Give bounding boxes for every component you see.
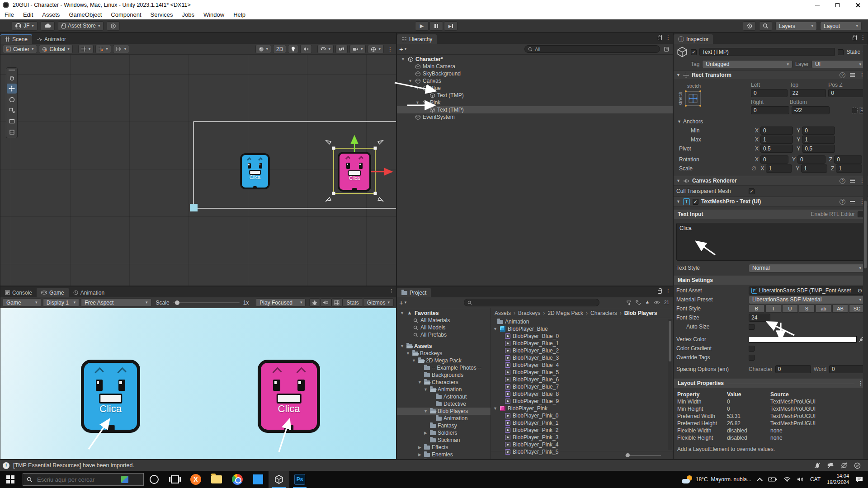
- override-tags-checkbox[interactable]: [749, 355, 755, 361]
- pivot-y-field[interactable]: 0.5: [802, 145, 835, 153]
- hierarchy-item[interactable]: ▼Blue: [397, 84, 673, 92]
- file-item[interactable]: BlobPlayer_Pink_3: [491, 434, 673, 441]
- file-item[interactable]: BlobPlayer_Blue_2: [491, 347, 673, 354]
- vsync-grid-button[interactable]: [331, 298, 342, 307]
- file-item[interactable]: BlobPlayer_Blue_4: [491, 361, 673, 369]
- font-style-b-button[interactable]: B: [749, 305, 764, 313]
- tool-handle-pivot-dropdown[interactable]: Center ▾: [3, 45, 37, 53]
- lock-icon[interactable]: [853, 37, 857, 40]
- text-input-area[interactable]: Clica: [676, 223, 865, 261]
- scale-z-field[interactable]: 1: [836, 164, 862, 173]
- vscode-taskbar-item[interactable]: [248, 471, 269, 488]
- menu-assets[interactable]: Assets: [38, 10, 64, 19]
- unity-taskbar-item[interactable]: [269, 471, 289, 488]
- menu-help[interactable]: Help: [229, 10, 250, 19]
- lock-icon[interactable]: [658, 290, 662, 294]
- snap-settings-dropdown[interactable]: ▾: [113, 45, 130, 53]
- account-button[interactable]: JF ▾: [12, 21, 38, 31]
- scale-y-field[interactable]: 1: [801, 164, 827, 173]
- photoshop-taskbar-item[interactable]: Ps: [289, 471, 310, 488]
- project-tree-item[interactable]: -- Example Photos --: [397, 364, 491, 371]
- play-focused-dropdown[interactable]: Play Focused ▾: [256, 298, 306, 307]
- tab-project[interactable]: Project: [397, 288, 431, 297]
- help-icon[interactable]: ?: [840, 178, 845, 184]
- project-tree-item[interactable]: All Prefabs: [397, 331, 491, 338]
- clock[interactable]: 14:04 19/2/2024: [827, 473, 849, 486]
- project-menu-kebab-icon[interactable]: ⋮: [665, 288, 671, 294]
- right-field[interactable]: 0: [751, 106, 789, 114]
- font-style-ab-button[interactable]: AB: [832, 305, 848, 313]
- expander-icon[interactable]: ▼: [493, 327, 498, 331]
- presets-icon[interactable]: [850, 179, 855, 183]
- battery-icon[interactable]: [768, 477, 777, 482]
- project-add-button[interactable]: + ▾: [399, 299, 406, 306]
- wifi-icon[interactable]: [783, 477, 791, 482]
- cortana-button[interactable]: [144, 471, 165, 488]
- scale-slider[interactable]: [173, 302, 240, 303]
- color-gradient-checkbox[interactable]: [749, 346, 755, 352]
- breadcrumb-item[interactable]: Brackeys: [518, 310, 540, 316]
- tab-hierarchy[interactable]: Hierarchy: [397, 34, 437, 44]
- expander-icon[interactable]: ▶: [417, 452, 422, 457]
- tag-dropdown[interactable]: Untagged ▾: [702, 60, 793, 68]
- hierarchy-item[interactable]: SkyBackground: [397, 70, 673, 77]
- increment-snap-toggle[interactable]: ▾: [95, 45, 111, 53]
- hidden-packages-eye-icon[interactable]: [654, 300, 660, 305]
- file-item[interactable]: Animation: [491, 318, 673, 325]
- move-tool[interactable]: [7, 84, 17, 94]
- lock-icon[interactable]: [658, 37, 662, 40]
- project-search-input[interactable]: [464, 299, 599, 306]
- thumbnail-zoom-slider[interactable]: [625, 455, 661, 456]
- collab-muted-icon[interactable]: [827, 462, 834, 469]
- tab-game[interactable]: Game: [37, 288, 69, 297]
- foldout-icon[interactable]: ▼: [676, 179, 680, 183]
- maximize-button[interactable]: [827, 0, 848, 10]
- font-asset-object-field[interactable]: F LiberationSans SDF (TMP_Font Asset ⊙: [749, 286, 865, 295]
- debug-mutes-button[interactable]: [309, 298, 320, 307]
- top-field[interactable]: 22: [790, 89, 826, 97]
- file-item[interactable]: BlobPlayer_Blue_5: [491, 369, 673, 376]
- expander-icon[interactable]: ▼: [423, 387, 428, 392]
- scene-menu-kebab-icon[interactable]: ⋮: [387, 47, 393, 52]
- font-style-sc-button[interactable]: SC: [849, 305, 865, 313]
- hierarchy-item[interactable]: Text (TMP): [397, 106, 673, 113]
- start-button[interactable]: [0, 471, 21, 488]
- breadcrumb-item[interactable]: Characters: [590, 310, 617, 316]
- inspector-menu-kebab-icon[interactable]: ⋮: [860, 35, 866, 40]
- refresh-muted-icon[interactable]: [840, 462, 848, 469]
- weather-widget[interactable]: 18°C Mayorm. nubla...: [682, 475, 751, 483]
- undo-history-button[interactable]: [743, 21, 756, 31]
- expander-icon[interactable]: ▼: [401, 57, 406, 61]
- thumbnail-zoom-knob[interactable]: [626, 453, 630, 457]
- close-button[interactable]: [848, 0, 868, 10]
- files-scrollbar[interactable]: [668, 319, 672, 450]
- tab-animation[interactable]: Animation: [69, 288, 109, 297]
- breadcrumb-item[interactable]: Assets: [495, 310, 511, 316]
- project-tree-item[interactable]: Fantasy: [397, 422, 491, 429]
- language-indicator[interactable]: CAT: [810, 476, 821, 483]
- expander-icon[interactable]: ▼: [406, 351, 410, 356]
- file-item[interactable]: BlobPlayer_Blue_8: [491, 390, 673, 398]
- search-input[interactable]: [36, 476, 118, 483]
- stats-button[interactable]: Stats: [342, 298, 363, 307]
- inspector-scrollbar[interactable]: [863, 45, 867, 459]
- menu-edit[interactable]: Edit: [19, 10, 38, 19]
- expander-icon[interactable]: ▼: [411, 358, 416, 363]
- file-item[interactable]: BlobPlayer_Blue_3: [491, 354, 673, 361]
- material-preset-dropdown[interactable]: LiberationSans SDF Material ▾: [749, 296, 865, 304]
- file-item[interactable]: BlobPlayer_Pink_0: [491, 412, 673, 419]
- files-scrollbar-thumb[interactable]: [669, 321, 671, 361]
- search-by-label-icon[interactable]: [636, 300, 641, 305]
- project-tree-item[interactable]: Astronaut: [397, 393, 491, 400]
- file-item[interactable]: BlobPlayer_Blue_7: [491, 383, 673, 390]
- file-item[interactable]: BlobPlayer_Pink_1: [491, 419, 673, 427]
- aspect-dropdown[interactable]: Free Aspect ▾: [81, 298, 151, 307]
- foldout-icon[interactable]: ▼: [676, 200, 680, 204]
- file-item[interactable]: ▼BlobPlayer_Blue: [491, 325, 673, 333]
- help-icon[interactable]: ?: [840, 72, 845, 78]
- asset-store-button[interactable]: Asset Store ▾: [58, 21, 104, 31]
- hierarchy-item[interactable]: Text (TMP): [397, 92, 673, 99]
- game-audio-toggle[interactable]: [320, 298, 331, 307]
- play-button[interactable]: ▶: [415, 21, 429, 31]
- file-item[interactable]: BlobPlayer_Pink_2: [491, 427, 673, 434]
